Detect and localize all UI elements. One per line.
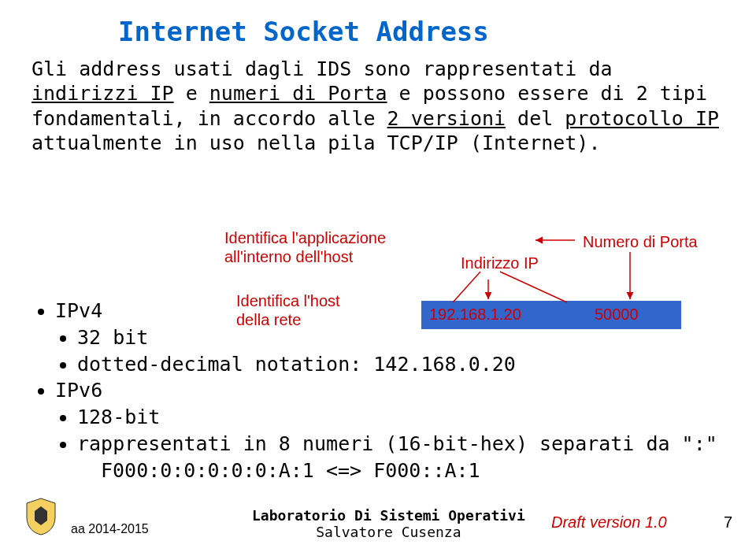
page-title: Internet Socket Address: [118, 16, 489, 47]
intro-paragraph: Gli address usati dagli IDS sono rappres…: [32, 57, 724, 155]
p5: attualmente in uso nella pila TCP/IP (In…: [32, 132, 600, 154]
p2: e: [174, 82, 209, 105]
ip-label: Indirizzo IP: [461, 254, 539, 272]
u2: numeri di Porta: [209, 82, 387, 105]
bullet-list: IPv4 32 bit dotted-decimal notation: 142…: [32, 298, 717, 483]
u3: 2 versioni: [387, 107, 506, 130]
ipv6-bits: 128-bit: [77, 404, 717, 431]
footer-center: Laboratorio Di Sistemi Operativi Salvato…: [252, 507, 525, 541]
app-label: Identifica l'applicazione all'interno de…: [224, 228, 386, 266]
ipv6-item: IPv6 128-bit rappresentati in 8 numeri (…: [55, 377, 717, 483]
ipv4-dotted: dotted-decimal notation: 142.168.0.20: [77, 351, 717, 378]
footer-c1: Laboratorio Di Sistemi Operativi: [252, 507, 525, 524]
u4: protocollo IP: [565, 107, 719, 130]
app-l2: all'interno dell'host: [224, 248, 353, 265]
ipv6-label: IPv6: [55, 379, 102, 402]
footer-draft: Draft version 1.0: [551, 513, 667, 532]
footer-c2: Salvatore Cusenza: [316, 524, 461, 540]
footer-year: aa 2014-2015: [71, 522, 149, 536]
app-l1: Identifica l'applicazione: [224, 229, 386, 246]
ipv4-bits: 32 bit: [77, 324, 717, 351]
crest-icon: [24, 497, 58, 536]
p4: del: [506, 107, 565, 130]
ipv6-repr: rappresentati in 8 numeri (16-bit-hex) s…: [77, 431, 717, 458]
porta-label: Numero di Porta: [583, 233, 698, 251]
footer-page: 7: [724, 513, 732, 532]
p1: Gli address usati dagli IDS sono rappres…: [32, 57, 613, 80]
ipv4-item: IPv4 32 bit dotted-decimal notation: 142…: [55, 298, 717, 377]
u1: indirizzi IP: [32, 82, 174, 105]
ipv4-label: IPv4: [55, 299, 102, 322]
ipv6-example: F000:0:0:0:0:0:A:1 <=> F000::A:1: [101, 458, 480, 484]
